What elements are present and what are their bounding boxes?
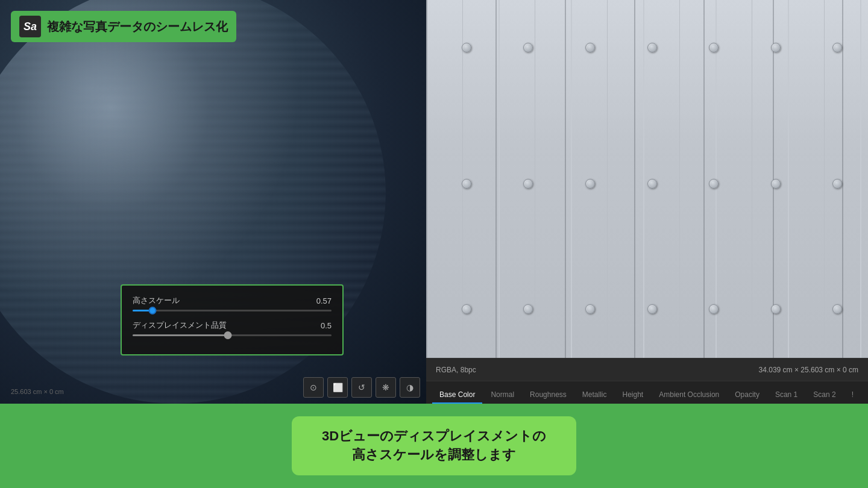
displacement-row: ディスプレイスメント品質 0.5: [133, 320, 332, 336]
bolt-7: [462, 179, 471, 189]
light-btn[interactable]: ◑: [400, 377, 420, 398]
channel-tab-normal[interactable]: Normal: [483, 387, 521, 404]
env-btn[interactable]: ❋: [376, 377, 396, 398]
logo-title: 複雑な写真データのシームレス化: [47, 19, 228, 35]
texture-bg: [426, 0, 868, 358]
height-scale-value: 0.57: [316, 296, 332, 305]
height-scale-row: 高さスケール 0.57: [133, 295, 332, 311]
channel-tab-scan-1[interactable]: Scan 1: [768, 387, 805, 404]
bolt-14: [462, 304, 471, 314]
height-scale-label: 高さスケール: [133, 295, 180, 306]
params-panel: 高さスケール 0.57 ディスプレイスメント品質 0.5: [121, 284, 344, 355]
displacement-label: ディスプレイスメント品質: [133, 320, 227, 331]
bolt-18: [709, 304, 719, 314]
displacement-fill: [133, 334, 228, 336]
bolt-6: [832, 43, 842, 52]
bolt-20: [832, 304, 842, 314]
bolt-9: [585, 179, 595, 189]
bolt-4: [709, 43, 719, 52]
info-bar: RGBA, 8bpc 34.039 cm × 25.603 cm × 0 cm: [426, 358, 868, 381]
bolt-16: [585, 304, 595, 314]
channel-tab-roughness[interactable]: Roughness: [523, 387, 574, 404]
bolt-2: [585, 43, 595, 52]
dimensions-left: 25.603 cm × 0 cm: [11, 388, 64, 395]
bolt-15: [523, 304, 533, 314]
displacement-slider[interactable]: [133, 334, 332, 336]
bolt-19: [771, 304, 781, 314]
top-area: Sa 複雑な写真データのシームレス化 高さスケール 0.57: [0, 0, 868, 404]
bottom-callout: 3Dビューのディスプレイスメントの 高さスケールを調整します: [292, 416, 576, 475]
channel-tab-ambient-occlusion[interactable]: Ambient Occlusion: [652, 387, 726, 404]
bolt-12: [771, 179, 781, 189]
height-scale-slider[interactable]: [133, 310, 332, 311]
format-info: RGBA, 8bpc: [436, 366, 476, 374]
plane-view-btn[interactable]: ⬜: [327, 377, 348, 398]
callout-line1: 3Dビューのディスプレイスメントの: [322, 427, 546, 446]
bolt-5: [771, 43, 781, 52]
channel-tab-metallic[interactable]: Metallic: [575, 387, 614, 404]
height-scale-thumb[interactable]: [149, 307, 157, 314]
logo-abbr: Sa: [19, 16, 41, 37]
channel-tab-height[interactable]: Height: [615, 387, 651, 404]
logo-badge: Sa 複雑な写真データのシームレス化: [11, 11, 236, 42]
displacement-label-row: ディスプレイスメント品質 0.5: [133, 320, 332, 331]
callout-line2: 高さスケールを調整します: [322, 446, 546, 465]
displacement-thumb[interactable]: [224, 331, 232, 339]
left-3d-panel: Sa 複雑な写真データのシームレス化 高さスケール 0.57: [0, 0, 426, 404]
bolt-8: [523, 179, 533, 189]
channel-tab-![interactable]: !: [844, 387, 861, 404]
dimensions-info: 34.039 cm × 25.603 cm × 0 cm: [759, 366, 858, 374]
sphere-view-btn[interactable]: ⊙: [303, 377, 324, 398]
bottom-bar: 3Dビューのディスプレイスメントの 高さスケールを調整します: [0, 404, 868, 488]
app-container: Sa 複雑な写真データのシームレス化 高さスケール 0.57: [0, 0, 868, 488]
texture-preview: [426, 0, 868, 358]
bolt-0: [462, 43, 471, 52]
right-texture-panel: RGBA, 8bpc 34.039 cm × 25.603 cm × 0 cm …: [426, 0, 868, 404]
displacement-value: 0.5: [321, 321, 332, 330]
bolt-11: [709, 179, 719, 189]
bolt-1: [523, 43, 533, 52]
left-toolbar: ⊙ ⬜ ↺ ❋ ◑: [303, 377, 420, 398]
bolt-13: [832, 179, 842, 189]
channel-tab-scan-2[interactable]: Scan 2: [806, 387, 843, 404]
height-scale-label-row: 高さスケール 0.57: [133, 295, 332, 306]
bolt-10: [647, 179, 657, 189]
channel-tabs: Base ColorNormalRoughnessMetallicHeightA…: [426, 381, 868, 404]
channel-tab-opacity[interactable]: Opacity: [728, 387, 767, 404]
channel-tab-base-color[interactable]: Base Color: [432, 387, 482, 404]
bolt-3: [647, 43, 657, 52]
bolt-17: [647, 304, 657, 314]
rotate-btn[interactable]: ↺: [351, 377, 372, 398]
